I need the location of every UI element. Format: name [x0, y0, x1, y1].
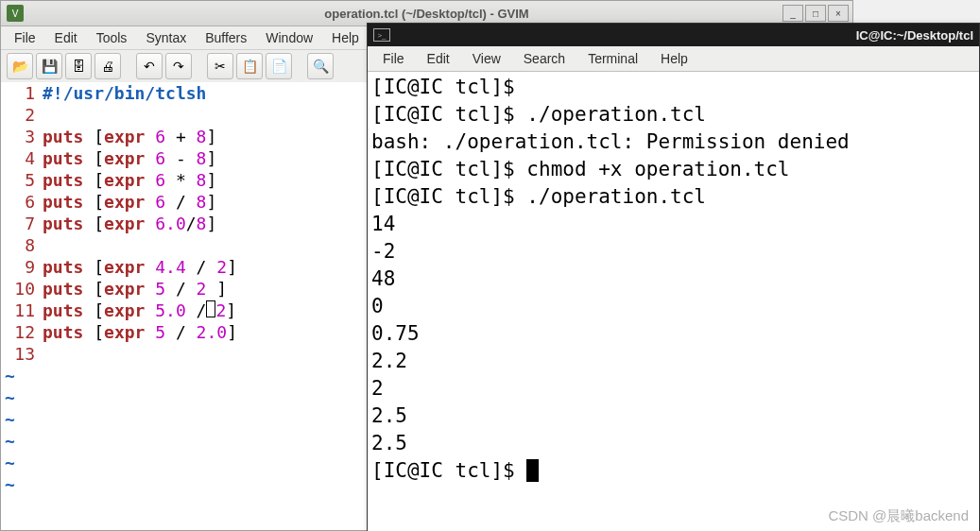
watermark: CSDN @晨曦backend — [828, 507, 969, 525]
terminal-menu-file[interactable]: File — [371, 49, 416, 68]
terminal-line: 0.75 — [371, 320, 975, 348]
line-number: 6 — [1, 191, 43, 213]
editor-cursor — [206, 300, 215, 317]
gvim-menu-help[interactable]: Help — [322, 28, 369, 47]
gvim-menu-tools[interactable]: Tools — [87, 28, 137, 47]
code-content: puts [expr 6 - 8] — [43, 147, 216, 169]
terminal-line: 48 — [371, 266, 975, 293]
terminal-line: 2.2 — [371, 348, 975, 375]
gvim-menu-file[interactable]: File — [5, 28, 45, 47]
terminal-line: [IC@IC tcl]$ ./operation.tcl — [371, 183, 975, 211]
code-content: puts [expr 5.0 /2] — [43, 300, 236, 321]
redo-icon[interactable]: ↷ — [165, 53, 192, 79]
terminal-icon: >_ — [373, 28, 390, 42]
terminal-line: [IC@IC tcl]$ ./operation.tcl — [371, 101, 975, 128]
code-content: puts [expr 5 / 2 ] — [43, 278, 227, 300]
terminal-line: 2.5 — [371, 403, 975, 430]
terminal-menu-view[interactable]: View — [461, 49, 512, 68]
line-number: 8 — [1, 234, 43, 256]
line-number: 3 — [1, 126, 43, 147]
copy-icon[interactable]: 📋 — [236, 53, 263, 79]
line-number: 10 — [1, 278, 43, 300]
minimize-button[interactable]: _ — [782, 5, 803, 22]
find-icon[interactable]: 🔍 — [307, 53, 334, 79]
code-content: puts [expr 5 / 2.0] — [43, 321, 237, 343]
gvim-menu-window[interactable]: Window — [256, 28, 322, 47]
terminal-line: -2 — [371, 238, 975, 266]
code-content: puts [expr 6 + 8] — [43, 126, 216, 147]
gvim-title: operation.tcl (~/Desktop/tcl) - GVIM — [1, 7, 852, 21]
terminal-titlebar[interactable]: >_ IC@IC:~/Desktop/tcl — [368, 24, 979, 46]
terminal-menu-help[interactable]: Help — [649, 49, 699, 68]
gvim-menu-syntax[interactable]: Syntax — [136, 28, 196, 47]
undo-icon[interactable]: ↶ — [136, 53, 163, 79]
line-number: 1 — [1, 82, 43, 104]
open-icon[interactable]: 📂 — [7, 53, 33, 79]
code-content: puts [expr 6 / 8] — [43, 191, 216, 213]
code-content: puts [expr 4.4 / 2] — [43, 256, 237, 278]
saveall-icon[interactable]: 🗄 — [65, 53, 92, 79]
code-content: puts [expr 6.0/8] — [43, 213, 216, 234]
gvim-app-icon: V — [7, 5, 24, 22]
terminal-menu-search[interactable]: Search — [512, 49, 576, 68]
line-number: 2 — [1, 104, 43, 126]
line-number: 9 — [1, 256, 43, 278]
terminal-line: [IC@IC tcl]$ — [371, 457, 975, 485]
gvim-menu-buffers[interactable]: Buffers — [196, 28, 256, 47]
line-number: 12 — [1, 321, 43, 343]
code-content: puts [expr 6 * 8] — [43, 169, 216, 191]
close-button[interactable]: × — [828, 5, 849, 22]
terminal-line: [IC@IC tcl]$ — [371, 74, 975, 101]
line-number: 5 — [1, 169, 43, 191]
terminal-cursor — [526, 459, 539, 482]
terminal-line: 0 — [371, 293, 975, 320]
code-content: #!/usr/bin/tclsh — [43, 82, 206, 104]
terminal-line: 2 — [371, 375, 975, 403]
terminal-body[interactable]: [IC@IC tcl]$ [IC@IC tcl]$ ./operation.tc… — [368, 72, 979, 531]
maximize-button[interactable]: □ — [805, 5, 826, 22]
gvim-menu-edit[interactable]: Edit — [45, 28, 87, 47]
line-number: 13 — [1, 343, 43, 365]
terminal-line: bash: ./operation.tcl: Permission denied — [371, 128, 975, 156]
terminal-menu-terminal[interactable]: Terminal — [576, 49, 649, 68]
terminal-title: IC@IC:~/Desktop/tcl — [856, 28, 973, 43]
cut-icon[interactable]: ✂ — [207, 53, 233, 79]
terminal-window: >_ IC@IC:~/Desktop/tcl FileEditViewSearc… — [367, 23, 980, 531]
terminal-line: 14 — [371, 211, 975, 238]
terminal-menubar: FileEditViewSearchTerminalHelp — [368, 46, 979, 72]
paste-icon[interactable]: 📄 — [266, 53, 292, 79]
terminal-menu-edit[interactable]: Edit — [416, 49, 461, 68]
terminal-line: [IC@IC tcl]$ chmod +x operation.tcl — [371, 156, 975, 183]
line-number: 7 — [1, 213, 43, 234]
save-icon[interactable]: 💾 — [36, 53, 62, 79]
line-number: 11 — [1, 300, 43, 321]
line-number: 4 — [1, 147, 43, 169]
terminal-line: 2.5 — [371, 430, 975, 457]
print-icon[interactable]: 🖨 — [95, 53, 121, 79]
